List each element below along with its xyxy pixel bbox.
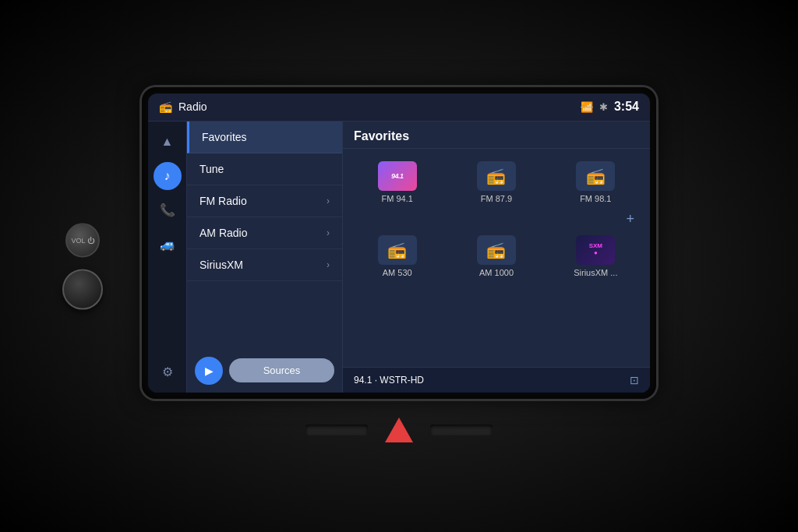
station-label-am1000: AM 1000 xyxy=(479,268,514,277)
now-playing-text: 94.1 · WSTR-HD xyxy=(354,375,424,386)
nav-icon-car[interactable]: 🚙 xyxy=(154,231,182,259)
station-logo-fm879: 📻 xyxy=(477,161,516,191)
cast-icon[interactable]: ⊡ xyxy=(630,374,639,386)
chevron-icon: › xyxy=(327,196,330,206)
radio-antenna-icon: 📻 xyxy=(387,241,407,259)
nav-icon-music[interactable]: ♪ xyxy=(154,162,182,190)
menu-bottom: ▶ Sources xyxy=(187,349,342,393)
status-icons: 📶 ✱ 3:54 xyxy=(581,100,639,114)
bluetooth-icon: ✱ xyxy=(599,101,608,113)
menu-item-tune[interactable]: Tune xyxy=(187,153,342,185)
menu-item-favorites[interactable]: Favorites xyxy=(187,122,342,153)
station-logo-fm941: 94.1 xyxy=(378,161,417,191)
vent-slot-right xyxy=(430,425,493,435)
vol-power-button[interactable]: VOL ⏻ xyxy=(65,223,100,257)
nav-icon-settings[interactable]: ⚙ xyxy=(154,358,182,386)
chevron-icon: › xyxy=(327,259,330,270)
station-fm941[interactable]: 94.1 FM 94.1 xyxy=(351,157,443,208)
menu-item-siriusxm[interactable]: SiriusXM › xyxy=(187,249,342,281)
station-am530[interactable]: 📻 AM 530 xyxy=(351,231,443,282)
menu-item-am-radio[interactable]: AM Radio › xyxy=(187,217,342,249)
no-signal-icon: 📶 xyxy=(581,101,593,113)
station-logo-fm981: 📻 xyxy=(576,161,615,191)
add-favorite-button[interactable]: + xyxy=(626,208,642,227)
top-bar-left: 📻 Radio xyxy=(159,100,581,113)
radio-antenna-icon: 📻 xyxy=(486,241,506,259)
nav-icon-phone[interactable]: 📞 xyxy=(154,196,182,224)
radio-antenna-icon: 📻 xyxy=(486,167,506,185)
favorites-grid-row2: 📻 AM 530 📻 AM 1000 xyxy=(343,227,650,282)
car-frame: VOL ⏻ 📻 Radio 📶 ✱ 3:54 xyxy=(0,0,798,532)
menu-item-fm-radio[interactable]: FM Radio › xyxy=(187,185,342,217)
screen-title: Radio xyxy=(178,100,207,113)
vent-slot-left xyxy=(305,425,368,435)
station-label-am530: AM 530 xyxy=(383,268,412,277)
now-playing-bar: 94.1 · WSTR-HD ⊡ xyxy=(343,367,650,393)
screen-bezel: 📻 Radio 📶 ✱ 3:54 ▲ ♪ 📞 🚙 ⚙ xyxy=(142,87,656,399)
infotainment-screen: 📻 Radio 📶 ✱ 3:54 ▲ ♪ 📞 🚙 ⚙ xyxy=(148,93,650,393)
clock: 3:54 xyxy=(614,100,639,114)
station-logo-siriusxm: SXM● xyxy=(576,235,615,265)
hazard-button[interactable] xyxy=(385,417,413,442)
section-title: Favorites xyxy=(354,129,409,143)
station-fm981[interactable]: 📻 FM 98.1 xyxy=(549,157,642,208)
menu-panel: Favorites Tune FM Radio › AM Radio › Sir xyxy=(187,122,343,393)
nav-icon-navigation[interactable]: ▲ xyxy=(154,128,182,156)
play-button[interactable]: ▶ xyxy=(195,357,223,385)
station-label-fm941: FM 94.1 xyxy=(381,194,412,203)
station-label-fm879: FM 87.9 xyxy=(481,194,512,203)
below-screen-controls xyxy=(142,414,656,446)
content-header: Favorites xyxy=(343,122,650,149)
station-logo-am1000: 📻 xyxy=(477,235,516,265)
top-bar: 📻 Radio 📶 ✱ 3:54 xyxy=(148,93,650,122)
tuner-knob[interactable] xyxy=(62,269,103,309)
content-panel: Favorites 94.1 FM 94.1 xyxy=(343,122,650,393)
volume-control-area: VOL ⏻ xyxy=(62,223,103,309)
radio-antenna-icon: 📻 xyxy=(586,167,606,185)
station-fm879[interactable]: 📻 FM 87.9 xyxy=(450,157,542,208)
station-siriusxm[interactable]: SXM● SiriusXM ... xyxy=(549,231,642,282)
station-label-siriusxm: SiriusXM ... xyxy=(574,268,617,277)
station-logo-am530: 📻 xyxy=(378,235,417,265)
station-label-fm981: FM 98.1 xyxy=(580,194,611,203)
main-content: ▲ ♪ 📞 🚙 ⚙ Favorites Tune FM Radio xyxy=(148,122,650,393)
favorites-grid: 94.1 FM 94.1 📻 FM 87.9 xyxy=(343,149,650,208)
nav-sidebar: ▲ ♪ 📞 🚙 ⚙ xyxy=(148,122,187,393)
chevron-icon: › xyxy=(327,227,330,238)
radio-icon: 📻 xyxy=(159,100,172,113)
sources-button[interactable]: Sources xyxy=(229,358,334,382)
station-am1000[interactable]: 📻 AM 1000 xyxy=(450,231,542,282)
